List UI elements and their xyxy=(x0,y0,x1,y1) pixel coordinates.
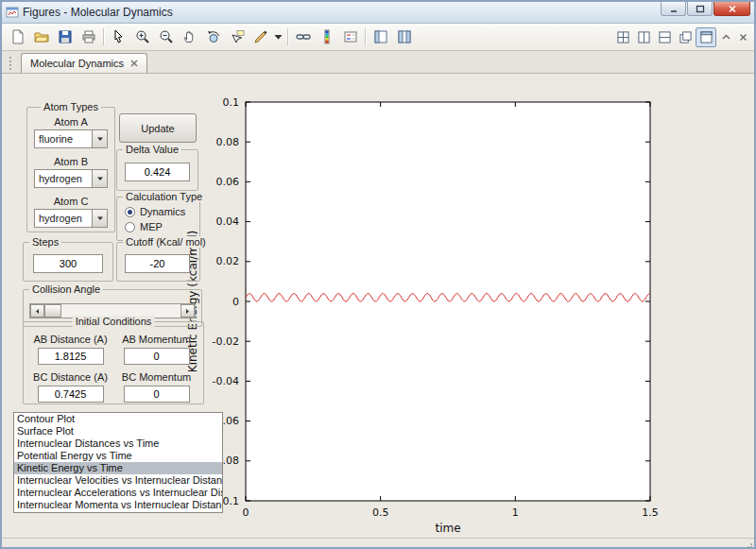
initial-conditions-title: Initial Conditions xyxy=(73,316,155,327)
pan-button[interactable] xyxy=(178,26,201,48)
collision-angle-title: Collision Angle xyxy=(29,283,103,295)
list-item[interactable]: Potential Energy vs Time xyxy=(14,450,222,462)
calculation-type-title: Calculation Type xyxy=(123,191,205,202)
window-title: Figures - Molecular Dynamics xyxy=(23,6,173,19)
print-icon xyxy=(81,29,96,44)
close-button[interactable] xyxy=(713,2,750,16)
list-item[interactable]: Kinetic Energy vs Time xyxy=(14,462,222,474)
hide-plot-tools-button[interactable] xyxy=(369,26,392,48)
brush-button[interactable] xyxy=(249,26,272,48)
slider-left-arrow[interactable] xyxy=(30,304,44,317)
atom-b-select[interactable]: hydrogen xyxy=(34,169,108,188)
svg-text:1: 1 xyxy=(512,506,519,519)
atom-c-select[interactable]: hydrogen xyxy=(34,209,108,228)
print-figure-button[interactable] xyxy=(77,26,100,48)
close-icon xyxy=(728,5,737,13)
hide-plot-tools-icon xyxy=(373,29,388,44)
list-item[interactable]: Internuclear Velocities vs Internuclear … xyxy=(14,474,222,487)
dock-controls xyxy=(612,27,750,47)
zoom-in-icon xyxy=(135,29,150,44)
kinetic-energy-plot[interactable]: -0.1-0.08-0.06-0.04-0.0200.020.040.060.0… xyxy=(178,74,726,538)
minimize-button[interactable] xyxy=(661,2,686,16)
open-file-button[interactable] xyxy=(29,26,53,48)
radio-mep-label: MEP xyxy=(140,221,163,232)
arrow-right-icon xyxy=(184,308,191,315)
toolbar-separator xyxy=(103,28,104,45)
update-button[interactable]: Update xyxy=(119,113,197,143)
new-figure-button[interactable] xyxy=(6,26,29,48)
brush-dropdown-button[interactable] xyxy=(272,26,284,48)
bc-distance-label: BC Distance (A) xyxy=(27,371,113,383)
link-plot-button[interactable] xyxy=(291,26,315,48)
svg-text:0: 0 xyxy=(243,506,249,519)
maximize-view-icon xyxy=(700,31,713,43)
titlebar[interactable]: Figures - Molecular Dynamics xyxy=(2,2,754,24)
data-cursor-button[interactable] xyxy=(225,26,249,48)
list-item[interactable]: Surface Plot xyxy=(14,425,222,437)
radio-mep[interactable]: MEP xyxy=(125,221,199,232)
save-figure-button[interactable] xyxy=(53,26,77,48)
atom-a-select[interactable]: fluorine xyxy=(34,129,108,148)
svg-text:1.5: 1.5 xyxy=(642,506,659,519)
data-cursor-icon xyxy=(230,29,245,44)
insert-legend-button[interactable] xyxy=(338,26,362,48)
tabbar-grip[interactable] xyxy=(9,57,15,70)
toolbar-separator xyxy=(287,28,288,45)
slider-right-arrow[interactable] xyxy=(180,304,195,317)
figure-app-icon xyxy=(6,6,19,19)
brush-icon xyxy=(253,29,268,44)
slider-thumb[interactable] xyxy=(44,304,61,317)
ab-momentum-input[interactable] xyxy=(124,348,190,365)
calculation-type-group: Calculation Type Dynamics MEP xyxy=(116,197,200,241)
tab-molecular-dynamics[interactable]: Molecular Dynamics xyxy=(21,53,147,73)
ab-distance-input[interactable] xyxy=(38,348,104,365)
chevron-down-icon xyxy=(273,29,284,44)
pointer-icon xyxy=(112,29,127,44)
atom-types-title: Atom Types xyxy=(41,101,101,112)
close-small-icon xyxy=(739,33,747,42)
control-panel: Atom Types Atom A fluorine Atom B hydrog… xyxy=(2,74,229,538)
zoom-out-button[interactable] xyxy=(154,26,178,48)
window-controls xyxy=(661,2,750,16)
split-left-right-button[interactable] xyxy=(633,27,654,47)
bc-momentum-input[interactable] xyxy=(124,386,190,403)
steps-input[interactable] xyxy=(33,254,103,273)
figure-toolbar xyxy=(2,24,754,51)
float-windows-button[interactable] xyxy=(675,27,696,47)
atom-c-label: Atom C xyxy=(27,196,114,207)
tile-windows-button[interactable] xyxy=(612,27,633,47)
svg-text:0: 0 xyxy=(232,296,239,308)
close-strip-button[interactable] xyxy=(735,29,750,44)
split-left-right-icon xyxy=(638,31,650,43)
delta-value-input[interactable] xyxy=(125,163,190,181)
list-item[interactable]: Internuclear Accelerations vs Internucle… xyxy=(14,487,222,499)
edit-plot-button[interactable] xyxy=(107,26,130,48)
colorbar-icon xyxy=(319,29,335,44)
rotate-3d-button[interactable] xyxy=(201,26,225,48)
cutoff-input[interactable] xyxy=(125,254,190,273)
plot-type-listbox[interactable]: Contour PlotSurface PlotInternuclear Dis… xyxy=(13,412,223,513)
show-plot-tools-button[interactable] xyxy=(392,26,416,48)
tab-label: Molecular Dynamics xyxy=(30,58,124,69)
radio-dynamics[interactable]: Dynamics xyxy=(125,206,199,217)
list-item[interactable]: Internuclear Momenta vs Internuclear Dis… xyxy=(14,499,222,511)
split-top-bottom-button[interactable] xyxy=(654,27,675,47)
save-icon xyxy=(58,29,73,44)
tab-close-button[interactable] xyxy=(130,60,138,67)
radio-dynamics-label: Dynamics xyxy=(140,206,185,217)
maximize-view-button[interactable] xyxy=(696,27,716,47)
bc-distance-input[interactable] xyxy=(38,386,104,403)
insert-colorbar-button[interactable] xyxy=(315,26,338,48)
resize-grip-icon[interactable] xyxy=(743,541,753,549)
minimize-strip-button[interactable] xyxy=(718,29,733,44)
list-item[interactable]: Contour Plot xyxy=(14,413,222,425)
zoom-in-button[interactable] xyxy=(130,26,154,48)
maximize-button[interactable] xyxy=(687,2,713,16)
legend-icon xyxy=(343,29,358,44)
arrow-left-icon xyxy=(34,308,41,315)
delta-value-group: Delta Value xyxy=(116,149,198,191)
atom-b-value: hydrogen xyxy=(35,170,92,187)
plot-pane[interactable]: -0.1-0.08-0.06-0.04-0.0200.020.040.060.0… xyxy=(178,74,726,538)
list-item[interactable]: Internuclear Distances vs Time xyxy=(14,437,222,450)
delta-value-title: Delta Value xyxy=(123,144,181,155)
